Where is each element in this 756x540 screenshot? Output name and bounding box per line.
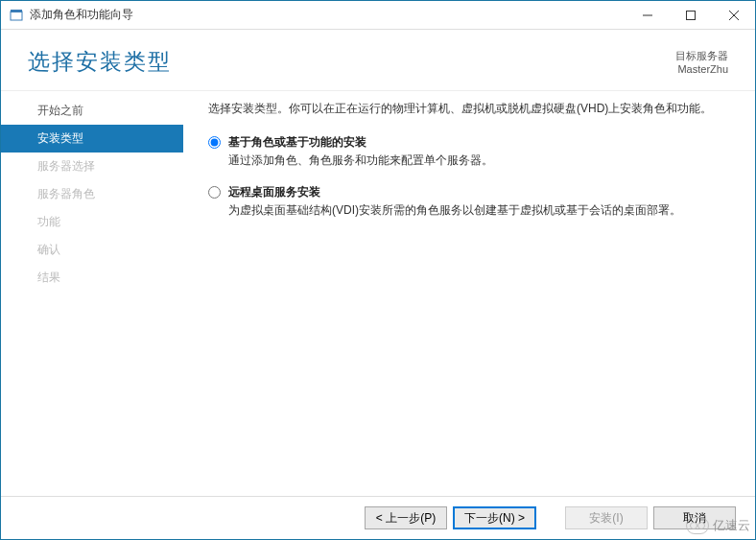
minimize-icon	[643, 11, 652, 20]
maximize-icon	[686, 11, 696, 20]
nav-item-installation-type[interactable]: 安装类型	[1, 125, 183, 153]
install-button: 安装(I)	[565, 506, 648, 529]
option-remote-desktop-title: 远程桌面服务安装	[228, 184, 681, 200]
cancel-button[interactable]: 取消	[653, 506, 736, 529]
titlebar-controls	[626, 1, 755, 30]
close-button[interactable]	[712, 1, 755, 30]
nav-item-before-you-begin[interactable]: 开始之前	[1, 97, 183, 125]
nav-item-server-selection[interactable]: 服务器选择	[1, 153, 183, 180]
wizard-content: 开始之前 安装类型 服务器选择 服务器角色 功能 确认 结果 选择安装类型。你可…	[1, 90, 755, 496]
previous-button[interactable]: < 上一步(P)	[365, 506, 447, 529]
minimize-button[interactable]	[626, 1, 669, 30]
target-server-label: 目标服务器	[675, 49, 728, 63]
option-remote-desktop-text: 远程桌面服务安装 为虚拟桌面基础结构(VDI)安装所需的角色服务以创建基于虚拟机…	[228, 184, 681, 219]
option-role-based-title: 基于角色或基于功能的安装	[228, 134, 493, 151]
app-icon	[9, 8, 24, 23]
wizard-nav: 开始之前 安装类型 服务器选择 服务器角色 功能 确认 结果	[1, 91, 183, 496]
target-server-value: MasterZhu	[675, 63, 728, 75]
radio-role-based[interactable]	[208, 136, 221, 149]
svg-rect-3	[686, 11, 695, 19]
option-remote-desktop-desc: 为虚拟桌面基础结构(VDI)安装所需的角色服务以创建基于虚拟机或基于会话的桌面部…	[228, 202, 681, 219]
maximize-button[interactable]	[669, 1, 712, 30]
next-button[interactable]: 下一步(N) >	[453, 506, 536, 529]
nav-item-results: 结果	[1, 264, 183, 292]
nav-item-features: 功能	[1, 208, 183, 236]
svg-rect-0	[11, 12, 22, 20]
option-role-based[interactable]: 基于角色或基于功能的安装 通过添加角色、角色服务和功能来配置单个服务器。	[208, 134, 734, 169]
page-title: 选择安装类型	[28, 47, 675, 77]
svg-rect-1	[11, 10, 22, 12]
option-role-based-text: 基于角色或基于功能的安装 通过添加角色、角色服务和功能来配置单个服务器。	[228, 134, 493, 169]
option-remote-desktop[interactable]: 远程桌面服务安装 为虚拟桌面基础结构(VDI)安装所需的角色服务以创建基于虚拟机…	[208, 184, 734, 219]
wizard-window: 添加角色和功能向导 选择安装类型 目标服务器 MasterZhu 开始之前 安装…	[0, 0, 756, 540]
radio-remote-desktop[interactable]	[208, 186, 221, 199]
instruction-text: 选择安装类型。你可以在正在运行的物理计算机、虚拟机或脱机虚拟硬盘(VHD)上安装…	[208, 101, 734, 117]
button-gap	[542, 506, 559, 529]
nav-item-server-roles: 服务器角色	[1, 180, 183, 208]
window-title: 添加角色和功能向导	[30, 7, 626, 23]
target-server-info: 目标服务器 MasterZhu	[675, 49, 728, 75]
wizard-header: 选择安装类型 目标服务器 MasterZhu	[1, 30, 755, 84]
titlebar: 添加角色和功能向导	[1, 1, 755, 30]
nav-item-confirmation: 确认	[1, 236, 183, 264]
wizard-footer: < 上一步(P) 下一步(N) > 安装(I) 取消	[1, 496, 755, 539]
close-icon	[729, 11, 739, 20]
option-role-based-desc: 通过添加角色、角色服务和功能来配置单个服务器。	[228, 153, 493, 169]
main-panel: 选择安装类型。你可以在正在运行的物理计算机、虚拟机或脱机虚拟硬盘(VHD)上安装…	[183, 91, 755, 496]
